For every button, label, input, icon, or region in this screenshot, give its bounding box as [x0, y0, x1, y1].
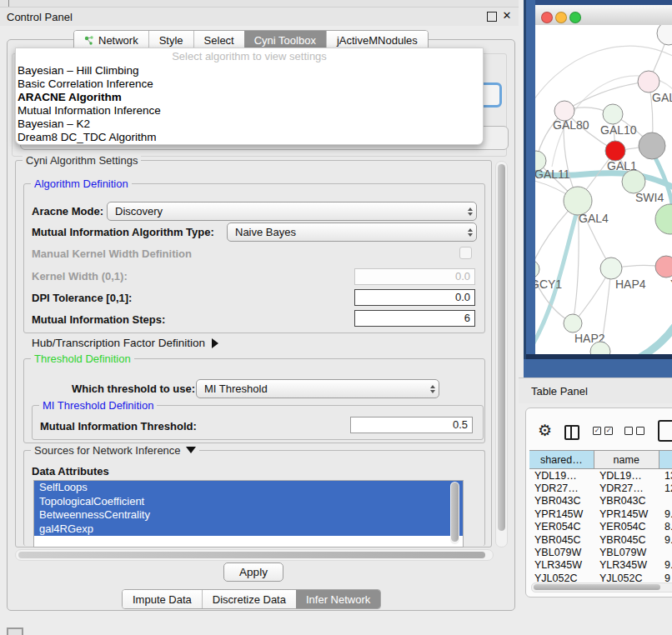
stepper-icon [464, 202, 476, 220]
tab-network[interactable]: Network [74, 31, 148, 49]
column-header-name[interactable]: name [594, 451, 659, 468]
node[interactable] [639, 132, 665, 159]
settings-horizontal-scrollbar[interactable] [15, 549, 494, 561]
table-cell: YLR345W [594, 559, 659, 571]
algorithm-dropdown-list: Select algorithm to view settings Bayesi… [15, 48, 484, 145]
columns-icon[interactable] [564, 425, 579, 440]
document-icon[interactable] [658, 420, 672, 442]
table-row[interactable]: YBL079WYBL079W [529, 546, 672, 558]
table-row[interactable]: YBR045CYBR045C9. [529, 533, 672, 546]
column-header-shared[interactable]: shared… [529, 451, 594, 468]
mi-type-select[interactable]: Naive Bayes [227, 222, 477, 242]
which-threshold-value: MI Threshold [197, 382, 427, 395]
tab-cyni-toolbox[interactable]: Cyni Toolbox [244, 31, 326, 49]
which-threshold-label: Which threshold to use: [72, 382, 195, 395]
minimized-panel-icon[interactable] [7, 628, 23, 635]
node-gal1[interactable] [605, 141, 625, 161]
dpi-tolerance-field[interactable]: 0.0 [354, 289, 475, 306]
table-cell: YDR27… [529, 482, 594, 494]
table-cell: YDL19… [594, 470, 659, 482]
node[interactable] [657, 25, 672, 45]
data-attributes-label: Data Attributes [32, 465, 109, 478]
node-gal7[interactable] [638, 71, 659, 92]
aracne-mode-value: Discovery [108, 205, 464, 218]
float-window-icon[interactable] [487, 12, 497, 22]
node-swi4[interactable] [622, 170, 645, 193]
network-frame-bottom [524, 359, 672, 378]
data-attributes-list: SelfLoopsTopologicalCoefficientBetweenne… [33, 480, 464, 548]
unchecked-box-icon [636, 427, 644, 435]
table-cell: YLR345W [529, 559, 594, 571]
table-row[interactable]: YDL19…YDL19…13 [529, 469, 672, 482]
table-cell: 9. [659, 559, 672, 571]
algorithm-option-bayesian-k2[interactable]: Bayesian – K2 [16, 118, 483, 131]
attribute-item-selfloops[interactable]: SelfLoops [34, 481, 463, 495]
table-panel-box: ⚙ ✓✓ shared…nameA YDL19…YDL19…13YDR27…YD… [525, 408, 672, 598]
traffic-minimize-icon[interactable] [555, 12, 567, 23]
algorithm-definition-title: Algorithm Definition [31, 178, 132, 190]
mi-threshold-field[interactable]: 0.5 [350, 417, 473, 433]
network-frame-left [526, 0, 535, 378]
gear-icon[interactable]: ⚙ [538, 422, 552, 438]
tab-jactivemnodules[interactable]: jActiveMNodules [326, 31, 428, 49]
clear-all-checks-icon[interactable] [624, 427, 644, 435]
table-row[interactable]: YLR345WYLR345W9. [529, 559, 672, 572]
checked-box-icon: ✓ [604, 427, 613, 435]
node-y[interactable] [655, 256, 672, 278]
table-horizontal-scrollbar[interactable] [531, 582, 672, 592]
mi-steps-label: Mutual Information Steps: [32, 313, 165, 326]
table-row[interactable]: YPR145WYPR145W9. [529, 508, 672, 520]
network-graph: GAL7GAL80GAL10GAL1GAL11SWI4GAL4GCY1HAP4Y… [535, 25, 672, 354]
tab-style[interactable]: Style [148, 31, 193, 49]
node-gal4[interactable] [564, 187, 592, 215]
settings-vertical-scrollbar[interactable] [495, 161, 508, 548]
traffic-close-icon[interactable] [541, 12, 553, 23]
table-row[interactable]: YDR27…YDR27…12 [529, 482, 672, 494]
kernel-width-field[interactable]: 0.0 [354, 268, 475, 285]
network-window-titlebar[interactable] [535, 5, 672, 26]
traffic-zoom-icon[interactable] [569, 12, 581, 23]
bottom-tab-infer-network[interactable]: Infer Network [296, 590, 380, 608]
attribute-item-gal4rgexp[interactable]: gal4RGexp [34, 522, 463, 537]
node-label-gcy1: GCY1 [535, 278, 562, 291]
node-hap2[interactable] [564, 314, 582, 332]
which-threshold-select[interactable]: MI Threshold [196, 379, 439, 398]
attribute-item-topologicalcoefficient[interactable]: TopologicalCoefficient [34, 495, 463, 509]
list-scrollbar[interactable] [450, 482, 459, 544]
table-row[interactable]: YER054CYER054C8. [529, 521, 672, 533]
hub-section-toggle[interactable]: Hub/Transcription Factor Definition [32, 337, 218, 349]
node-label-gal7: GAL7 [652, 91, 672, 104]
tab-label: Select [204, 34, 234, 47]
algorithm-option-dream8-dc-tdc-algorithm[interactable]: Dream8 DC_TDC Algorithm [16, 131, 483, 144]
mi-steps-field[interactable]: 6 [354, 310, 475, 327]
table-row[interactable]: YBR043CYBR043C [529, 495, 672, 508]
manual-kernel-checkbox[interactable] [459, 247, 472, 259]
algorithm-option-basic-correlation-inference[interactable]: Basic Correlation Inference [16, 78, 483, 91]
select-all-checks-icon[interactable]: ✓✓ [593, 427, 613, 435]
node-label-swi4: SWI4 [635, 191, 664, 204]
algorithm-option-mutual-information-inference[interactable]: Mutual Information Inference [16, 104, 483, 118]
dropdown-placeholder: Select algorithm to view settings [16, 48, 483, 64]
aracne-mode-select[interactable]: Discovery [107, 202, 477, 221]
panel-title: Control Panel [7, 11, 73, 23]
bottom-tab-discretize-data[interactable]: Discretize Data [202, 590, 296, 608]
attribute-item-betweennesscentrality[interactable]: BetweennessCentrality [34, 508, 463, 522]
table-cell: YBL079W [594, 547, 659, 558]
node-gcy1[interactable] [535, 260, 539, 278]
node[interactable] [655, 204, 672, 234]
node-hap4[interactable] [600, 258, 622, 279]
chevron-right-icon [212, 338, 218, 348]
network-canvas[interactable]: GAL7GAL80GAL10GAL1GAL11SWI4GAL4GCY1HAP4Y… [535, 25, 672, 354]
stepper-icon [464, 223, 476, 241]
node-gal10[interactable] [603, 104, 623, 124]
bottom-tab-impute-data[interactable]: Impute Data [123, 590, 202, 608]
checked-box-icon: ✓ [593, 427, 601, 435]
algorithm-option-bayesian-hill-climbing[interactable]: Bayesian – Hill Climbing [16, 64, 483, 78]
sources-group-title[interactable]: Sources for Network Inference [31, 444, 199, 457]
sources-title-text: Sources for Network Inference [34, 444, 181, 457]
algorithm-option-aracne-algorithm[interactable]: ARACNE Algorithm [16, 91, 483, 104]
column-header-a[interactable]: A [659, 451, 672, 468]
apply-button[interactable]: Apply [223, 562, 283, 582]
close-icon[interactable]: ✕ [500, 9, 514, 22]
tab-select[interactable]: Select [193, 31, 244, 49]
